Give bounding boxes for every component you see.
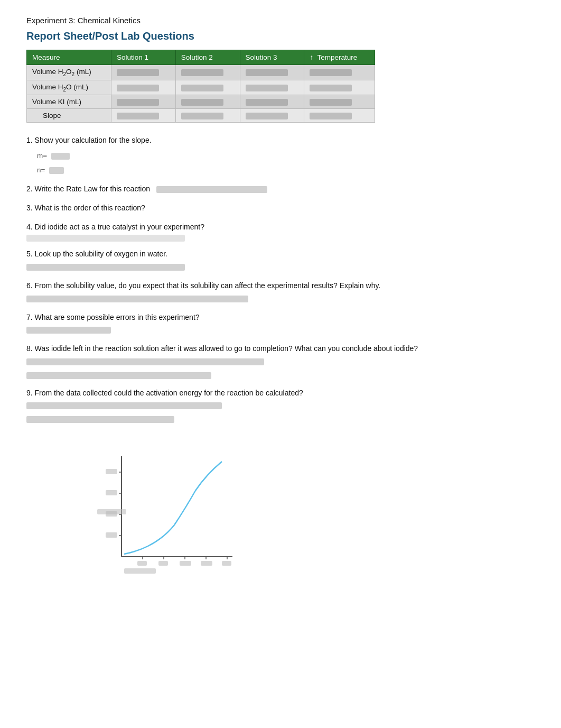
svg-rect-20 xyxy=(124,568,156,574)
question-1: 1. Show your calculation for the slope. … xyxy=(26,134,535,177)
measure-label: Slope xyxy=(27,109,111,123)
col-header-sol1: Solution 1 xyxy=(111,50,175,65)
svg-rect-15 xyxy=(137,561,147,566)
q1-n: n= xyxy=(37,164,535,177)
cell-val xyxy=(240,95,304,109)
cell-val xyxy=(240,109,304,123)
measure-label: Volume KI (mL) xyxy=(27,95,111,109)
table-row: Slope xyxy=(27,109,375,123)
cell-val xyxy=(175,95,240,109)
cell-val xyxy=(304,80,375,95)
question-4: 4. Did iodide act as a true catalyst in … xyxy=(26,221,535,242)
svg-rect-17 xyxy=(180,561,191,566)
experiment-title: Experiment 3: Chemical Kinetics xyxy=(26,16,535,25)
col-header-sol3: Solution 3 xyxy=(240,50,304,65)
table-row: Volume H2O (mL) xyxy=(27,80,375,95)
q9-text: 9. From the data collected could the act… xyxy=(26,389,303,397)
cell-val xyxy=(304,65,375,80)
report-title: Report Sheet/Post Lab Questions xyxy=(26,30,535,42)
question-9: 9. From the data collected could the act… xyxy=(26,387,535,425)
cell-val xyxy=(304,109,375,123)
q3-text: 3. What is the order of this reaction? xyxy=(26,204,145,212)
chart-svg xyxy=(95,446,243,578)
q6-text: 6. From the solubility value, do you exp… xyxy=(26,281,380,290)
svg-rect-19 xyxy=(222,561,231,566)
svg-rect-9 xyxy=(106,532,117,538)
svg-rect-7 xyxy=(106,490,117,495)
measure-label: Volume H2O (mL) xyxy=(27,80,111,95)
data-table: Measure Solution 1 Solution 2 Solution 3… xyxy=(26,50,375,123)
cell-val xyxy=(111,109,175,123)
cell-val xyxy=(175,65,240,80)
cell-val xyxy=(240,65,304,80)
cell-val xyxy=(175,80,240,95)
q2-text: 2. Write the Rate Law for this reaction xyxy=(26,185,150,193)
cell-val xyxy=(304,95,375,109)
question-2: 2. Write the Rate Law for this reaction xyxy=(26,183,535,196)
question-8: 8. Was iodide left in the reaction solut… xyxy=(26,343,535,380)
questions-section: 1. Show your calculation for the slope. … xyxy=(26,134,535,425)
q1-text: 1. Show your calculation for the slope. xyxy=(26,136,152,144)
cell-val xyxy=(111,95,175,109)
cell-val xyxy=(111,65,175,80)
question-7: 7. What are some possible errors in this… xyxy=(26,311,535,337)
svg-rect-21 xyxy=(97,509,126,514)
question-6: 6. From the solubility value, do you exp… xyxy=(26,280,535,305)
table-row: Volume KI (mL) xyxy=(27,95,375,109)
q4-text: 4. Did iodide act as a true catalyst in … xyxy=(26,223,204,231)
cell-val xyxy=(175,109,240,123)
svg-rect-6 xyxy=(106,469,117,474)
col-header-measure: Measure xyxy=(27,50,111,65)
chart-image xyxy=(95,446,243,578)
q1-m: m= xyxy=(37,150,535,162)
q8-text: 8. Was iodide left in the reaction solut… xyxy=(26,344,418,353)
col-header-temp: ↑ Temperature xyxy=(304,50,375,65)
cell-val xyxy=(111,80,175,95)
question-3: 3. What is the order of this reaction? xyxy=(26,202,535,215)
measure-label: Volume H2O2 (mL) xyxy=(27,65,111,80)
svg-rect-16 xyxy=(158,561,168,566)
table-row: Volume H2O2 (mL) xyxy=(27,65,375,80)
svg-rect-18 xyxy=(201,561,212,566)
question-5: 5. Look up the solubility of oxygen in w… xyxy=(26,248,535,273)
q5-text: 5. Look up the solubility of oxygen in w… xyxy=(26,250,167,258)
cell-val xyxy=(240,80,304,95)
col-header-sol2: Solution 2 xyxy=(175,50,240,65)
q7-text: 7. What are some possible errors in this… xyxy=(26,313,200,321)
